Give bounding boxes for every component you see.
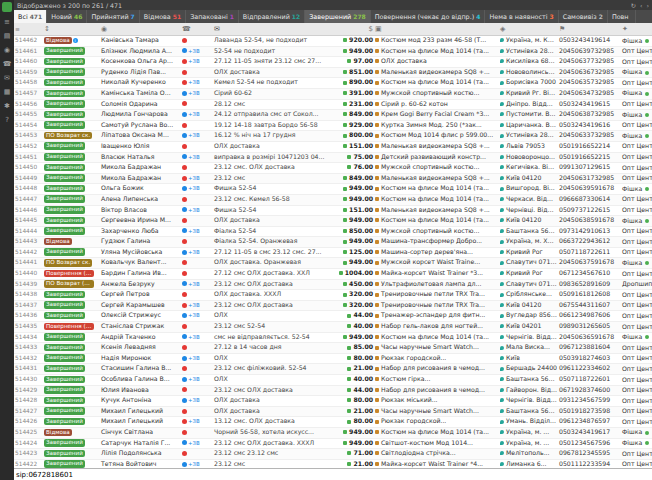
status-cell[interactable]: Відмова	[43, 428, 100, 438]
col-call-icon[interactable]: ☎	[181, 23, 213, 35]
status-cell[interactable]: Завершений	[43, 227, 100, 237]
customer-name[interactable]: Уляна Мусійовська	[100, 248, 181, 258]
table-row[interactable]: 514457 Завершений Камінська Таміла О... …	[14, 89, 652, 100]
table-row[interactable]: 514435 Повернення (з... Станіслав Стрижа…	[14, 322, 652, 333]
tracking-number[interactable]: 20450635732985	[558, 78, 621, 88]
customer-name[interactable]: Лілія Подолянська	[100, 449, 181, 459]
table-row[interactable]: 514431 Завершений Стасишин Галина В... 2…	[14, 364, 652, 375]
customer-name[interactable]: Юлия Иванова	[100, 386, 181, 396]
status-cell[interactable]: Завершений	[43, 449, 100, 459]
table-row[interactable]: 514446 Завершений Віктор Власов +ЗВ Фишк…	[14, 206, 652, 217]
tracking-number[interactable]: 20450631732985	[558, 174, 621, 184]
call-cell[interactable]	[181, 195, 213, 205]
call-cell[interactable]	[181, 449, 213, 459]
call-cell[interactable]	[181, 407, 213, 417]
table-row[interactable]: 514433 Завершений Ксенія Левадняя 27.12 …	[14, 343, 652, 354]
status-cell[interactable]: Завершений	[43, 195, 100, 205]
tracking-number[interactable]: 0966687330614	[558, 195, 621, 205]
status-cell[interactable]: Завершений	[43, 216, 100, 226]
status-cell[interactable]: Завершений	[43, 47, 100, 57]
call-cell[interactable]: +ЗВ	[181, 396, 213, 406]
call-cell[interactable]: +ЗВ	[181, 417, 213, 427]
call-cell[interactable]	[181, 68, 213, 78]
col-total-icon[interactable]: $	[327, 23, 374, 35]
menu-icon[interactable]: ≡	[4, 19, 10, 26]
call-cell[interactable]	[181, 428, 213, 438]
status-cell[interactable]: Завершений	[43, 460, 100, 468]
call-cell[interactable]: +ЗВ	[181, 131, 213, 141]
status-cell[interactable]: Завершений	[43, 163, 100, 173]
tracking-number[interactable]: 0983652891609	[558, 280, 621, 290]
customer-name[interactable]: Ольга Божик	[100, 184, 181, 194]
customer-name[interactable]: Сергей Петров	[100, 290, 181, 300]
status-cell[interactable]: Завершений	[43, 386, 100, 396]
table-row[interactable]: 514428 Завершений Кучук Антоніна +ЗВ ОЛХ…	[14, 396, 652, 407]
table-row[interactable]: 514461 Завершений Блізнюк Людмила А... +…	[14, 47, 652, 58]
tracking-number[interactable]: 20450636591678	[558, 333, 621, 343]
status-cell[interactable]: Завершений	[43, 57, 100, 67]
status-cell[interactable]: ПО Возврат (з...	[43, 280, 100, 290]
customer-name[interactable]: Людмила Гончарова	[100, 110, 181, 120]
customer-name[interactable]: Анжела Безруку	[100, 280, 181, 290]
customer-name[interactable]: Михаил Гилецький	[100, 407, 181, 417]
tracking-number[interactable]: 20450639732985	[558, 47, 621, 57]
customer-name[interactable]: Гудзюк Галина	[100, 237, 181, 247]
tracking-number[interactable]: 0961122334602	[558, 364, 621, 374]
tracking-number[interactable]: 0671234567610	[558, 269, 621, 279]
status-cell[interactable]: Завершений	[43, 439, 100, 449]
status-tab[interactable]: Запаковані 1	[186, 10, 239, 23]
status-cell[interactable]: Завершений	[43, 311, 100, 321]
status-tab[interactable]: Відправлений 12	[239, 10, 305, 23]
status-cell[interactable]: Завершений	[43, 301, 100, 311]
call-cell[interactable]	[181, 258, 213, 268]
call-cell[interactable]: +ЗВ	[181, 227, 213, 237]
customer-name[interactable]: Сергей Карамышев	[100, 301, 181, 311]
status-cell[interactable]: Завершений	[43, 343, 100, 353]
status-cell[interactable]: Завершений	[43, 89, 100, 99]
tracking-number[interactable]: 0501916652214	[558, 142, 621, 152]
customer-name[interactable]: Стасишин Галина В...	[100, 364, 181, 374]
table-row[interactable]: 514454 Завершений Самотуй Руслана Во... …	[14, 121, 652, 132]
tracking-number[interactable]: 0991307129615	[558, 163, 621, 173]
col-delivery-icon[interactable]: ◈	[499, 23, 558, 35]
status-cell[interactable]: Відмова	[43, 237, 100, 247]
call-cell[interactable]: +ЗВ	[181, 47, 213, 57]
table-row[interactable]: 514462 Відмоваi Канівська Тамара Лаванда…	[14, 36, 652, 47]
table-row[interactable]: 514448 Завершений Ольга Божик +ЗВ Фишка …	[14, 184, 652, 195]
messenger-icon[interactable]	[645, 71, 649, 75]
call-cell[interactable]: +ЗВ	[181, 354, 213, 364]
status-cell[interactable]: Завершений	[43, 248, 100, 258]
tracking-number[interactable]: 0663722943612	[558, 237, 621, 247]
tracking-number[interactable]: 0961234876597	[558, 417, 621, 427]
call-cell[interactable]: +ЗВ	[181, 174, 213, 184]
status-cell[interactable]: Завершений	[43, 407, 100, 417]
table-row[interactable]: 514436 Завершений Олексій Стрижеус +ЗВ О…	[14, 311, 652, 322]
tracking-number[interactable]: 0989031265605	[558, 322, 621, 332]
call-cell[interactable]: +ЗВ	[181, 89, 213, 99]
call-cell[interactable]	[181, 163, 213, 173]
customer-name[interactable]: Андрій Ткаченко	[100, 333, 181, 343]
table-row[interactable]: 514424 Завершений Сатарчук Наталія Г... …	[14, 439, 652, 450]
table-row[interactable]: 514455 Завершений Людмила Гончарова +ЗВ …	[14, 110, 652, 121]
customer-name[interactable]: Станіслав Стрижак	[100, 322, 181, 332]
call-cell[interactable]: +ЗВ	[181, 460, 213, 468]
status-cell[interactable]: Завершений	[43, 290, 100, 300]
customer-name[interactable]: Алена Липенська	[100, 195, 181, 205]
table-row[interactable]: 514438 Завершений Сергей Петров ОЛХ дост…	[14, 290, 652, 301]
help-icon[interactable]: ?	[5, 117, 9, 124]
status-cell[interactable]: Завершений	[43, 68, 100, 78]
prev-page-icon[interactable]: ‹	[640, 2, 643, 9]
tracking-number[interactable]: 20450637732985	[558, 57, 621, 67]
status-cell[interactable]: Завершений	[43, 100, 100, 110]
status-cell[interactable]: Завершений	[43, 333, 100, 343]
call-cell[interactable]: +ЗВ	[181, 311, 213, 321]
call-cell[interactable]: +ЗВ	[181, 78, 213, 88]
customer-name[interactable]: Олексій Стрижеус	[100, 311, 181, 321]
call-cell[interactable]: +ЗВ	[181, 301, 213, 311]
tracking-number[interactable]: 20450639591678	[558, 184, 621, 194]
table-row[interactable]: 514440 Повернення (з... Бардин Галина Ив…	[14, 269, 652, 280]
tracking-number[interactable]: 0675544311607	[558, 301, 621, 311]
status-cell[interactable]: Завершений	[43, 78, 100, 88]
call-cell[interactable]	[181, 100, 213, 110]
status-cell[interactable]: Завершений	[43, 121, 100, 131]
